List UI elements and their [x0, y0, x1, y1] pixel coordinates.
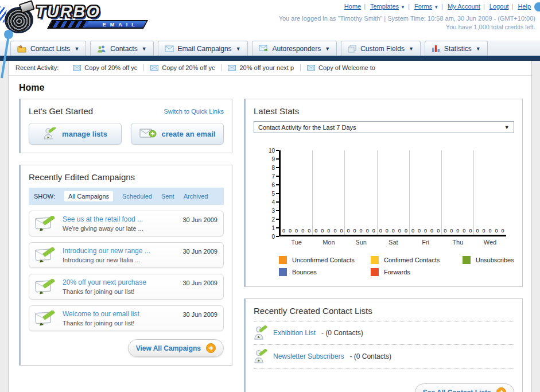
recently-edited-campaigns-panel: Recently Edited Campaigns SHOW: All Camp… [19, 165, 232, 366]
chart-day-group: 00000Sat [378, 150, 410, 235]
tab-label: Custom Fields [360, 45, 405, 53]
link-separator: | [441, 3, 443, 10]
tab-contacts[interactable]: Contacts▼ [90, 41, 153, 56]
logo-text: TURBO EMAIL [36, 2, 146, 29]
campaign-date: 30 Jun 2009 [182, 311, 217, 318]
chart-plot: 00000Tue00000Mon00000Sun00000Sat00000Fri… [279, 150, 506, 236]
campaign-title-link[interactable]: Welcome to our email list [63, 310, 177, 318]
navy-divider-bar [0, 56, 540, 61]
link-separator: | [511, 3, 513, 10]
get-started-title: Let's Get Started [29, 106, 93, 116]
campaign-title-link[interactable]: See us at the retail food ... [63, 215, 177, 223]
tab-email-campaigns[interactable]: Email Campaigns▼ [158, 41, 248, 56]
recent-activity-label: Copy of Welcome to [318, 64, 375, 71]
create-an-email-button[interactable]: create an email [131, 123, 224, 145]
contacts-icon [97, 45, 106, 53]
tab-custom-fields[interactable]: Custom Fields▼ [341, 41, 421, 56]
logo-bar: EMAIL [47, 20, 148, 29]
create-an-email-label: create an email [162, 130, 216, 138]
tab-label: Contact Lists [30, 45, 70, 53]
person-pencil-icon [254, 349, 267, 364]
chart-value-labels: 00000 [281, 228, 312, 234]
help-bubble-icon[interactable] [534, 2, 540, 11]
chevron-down-icon: ▼ [409, 46, 414, 52]
campaigns-filter-bar: SHOW: All Campaigns Scheduled Sent Archi… [29, 188, 224, 205]
recent-activity-item[interactable]: Copy of 20% off yc [143, 64, 221, 71]
app-logo[interactable]: TURBO EMAIL [5, 2, 146, 33]
legend-swatch [371, 256, 379, 264]
filter-all-campaigns[interactable]: All Campaigns [64, 191, 113, 201]
campaign-date: 30 Jun 2009 [182, 216, 217, 223]
tab-contact-lists[interactable]: Contact Lists▼ [10, 41, 86, 56]
contact-list-count: - (0 Contacts) [321, 329, 363, 337]
chevron-down-icon: ▼ [476, 46, 481, 52]
header-link-home[interactable]: Home [344, 3, 361, 10]
recent-activity-item[interactable]: Copy of 20% off yc [67, 64, 143, 71]
stats-dropdown-value: Contact Activity for the Last 7 Days [258, 124, 356, 131]
chart-legend: Unconfirmed Contacts Confirmed Contacts … [279, 256, 514, 276]
campaigns-title: Recently Edited Campaigns [29, 172, 135, 182]
contact-lists-title-row: Recently Created Contact Lists [254, 306, 514, 321]
recent-activity-label: Copy of 20% off yc [84, 64, 137, 71]
login-info: You are logged in as "Timothy Smith" | S… [279, 14, 535, 32]
campaign-text: 20% off your next purchase Thanks for jo… [63, 278, 177, 295]
custom-fields-icon [348, 45, 356, 53]
header-link-forms[interactable]: Forms [414, 3, 432, 10]
campaign-title-link[interactable]: 20% off your next purchase [63, 278, 177, 286]
envelope-icon [150, 65, 158, 71]
contact-list-link[interactable]: Newsletter Subscribers [273, 352, 344, 360]
legend-label: Forwards [384, 269, 410, 275]
campaign-item[interactable]: 20% off your next purchase Thanks for jo… [29, 274, 224, 300]
chart-value-labels: 00000 [313, 228, 344, 234]
chart-value-labels: 00000 [378, 228, 409, 234]
contact-activity-chart: 109876543210 00000Tue00000Mon00000Sun000… [262, 150, 506, 236]
header-links: Home| Templates ▼| Forms ▼| My Account| … [279, 2, 535, 11]
header-link-templates[interactable]: Templates [370, 3, 399, 10]
envelope-plus-icon [139, 128, 157, 139]
campaigns-actions: View All Campaigns [29, 339, 224, 357]
envelope-pencil-icon [35, 311, 57, 327]
header-link-my-account[interactable]: My Account [448, 3, 480, 10]
filter-sent[interactable]: Sent [161, 193, 174, 200]
header-link-logout[interactable]: Logout [490, 3, 509, 10]
lets-get-started-panel: Let's Get Started Switch to Quick Links … [19, 99, 232, 153]
contact-list-link[interactable]: Exhibition List [273, 329, 316, 337]
view-all-campaigns-button[interactable]: View All Campaigns [128, 339, 224, 357]
y-axis-tick: 1 [262, 224, 279, 231]
email-campaigns-icon [165, 45, 174, 52]
chart-day-group: 00000Tue [281, 150, 313, 235]
tab-autoresponders[interactable]: Autoresponders▼ [252, 41, 337, 56]
campaign-item[interactable]: See us at the retail food ... We're givi… [29, 211, 224, 236]
campaign-title-link[interactable]: Introducing our new range ... [63, 247, 177, 255]
y-axis-tick: 3 [262, 207, 279, 214]
tab-label: Contacts [110, 45, 137, 53]
campaign-item[interactable]: Introducing our new range ... Introducin… [29, 242, 224, 268]
link-separator: | [364, 3, 366, 10]
filter-archived[interactable]: Archived [184, 193, 208, 200]
campaign-subtitle: We're giving away our late ... [63, 225, 177, 232]
manage-lists-button[interactable]: manage lists [29, 123, 122, 145]
chart-day-group: 00000Fri [410, 150, 442, 235]
campaign-item[interactable]: Welcome to our email list Thanks for joi… [29, 305, 224, 331]
legend-item: Forwards [371, 268, 463, 276]
recent-activity-item[interactable]: Copy of Welcome to [300, 64, 382, 71]
switch-to-quick-links[interactable]: Switch to Quick Links [164, 108, 224, 115]
tab-statistics[interactable]: Statistics▼ [425, 41, 488, 56]
stats-report-dropdown[interactable]: Contact Activity for the Last 7 Days ▼ [254, 121, 514, 133]
contact-list-count: - (0 Contacts) [349, 352, 391, 360]
chart-value-labels: 00000 [345, 228, 376, 234]
filter-scheduled[interactable]: Scheduled [122, 193, 152, 200]
legend-label: Unconfirmed Contacts [292, 257, 355, 263]
see-all-contact-lists-button[interactable]: See All Contact Lists [415, 383, 514, 392]
chart-day-group: 00000Mon [313, 150, 345, 235]
x-axis-label: Tue [281, 239, 312, 246]
header: TURBO EMAIL Home| Templates ▼| Forms ▼| … [0, 0, 540, 40]
page-title: Home [19, 83, 521, 93]
recently-created-contact-lists-panel: Recently Created Contact Lists Exhibitio… [244, 298, 523, 392]
campaign-text: See us at the retail food ... We're givi… [63, 215, 177, 232]
x-axis-label: Thu [442, 239, 473, 246]
y-axis-tick: 7 [262, 173, 279, 180]
header-link-help[interactable]: Help [518, 3, 531, 10]
recent-activity-item[interactable]: 20% off your next p [221, 64, 300, 71]
campaign-text: Introducing our new range ... Introducin… [63, 247, 177, 263]
